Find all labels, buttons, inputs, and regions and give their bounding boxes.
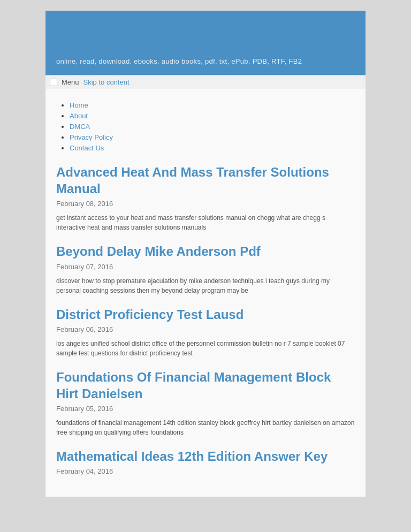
- post-title-1: Advanced Heat And Mass Transfer Solution…: [56, 164, 355, 197]
- post-date-4: February 05, 2016: [56, 405, 355, 413]
- post-excerpt-3: los angeles unified school district offi…: [56, 339, 355, 358]
- post-entry-2: Beyond Delay Mike Anderson Pdf February …: [56, 243, 355, 295]
- post-excerpt-4: foundations of financial management 14th…: [56, 418, 355, 437]
- menu-checkbox[interactable]: [50, 79, 57, 86]
- nav-link-home[interactable]: Home: [70, 101, 88, 109]
- post-excerpt-2: discover how to stop premature ejaculati…: [56, 276, 355, 295]
- header-subtitle: online, read, download, ebooks, audio bo…: [56, 57, 355, 65]
- nav-list: Home About DMCA Privacy Policy Contact U…: [56, 94, 355, 158]
- post-excerpt-1: get instant access to your heat and mass…: [56, 213, 355, 232]
- post-entry-1: Advanced Heat And Mass Transfer Solution…: [56, 164, 355, 232]
- post-link-2[interactable]: Beyond Delay Mike Anderson Pdf: [56, 244, 261, 259]
- post-entry-3: District Proficiency Test Lausd February…: [56, 306, 355, 358]
- post-entry-4: Foundations Of Financial Management Bloc…: [56, 369, 355, 437]
- post-title-3: District Proficiency Test Lausd: [56, 306, 355, 323]
- menu-label: Menu: [62, 78, 79, 86]
- post-title-2: Beyond Delay Mike Anderson Pdf: [56, 243, 355, 260]
- post-date-1: February 08, 2016: [56, 200, 355, 208]
- nav-link-dmca[interactable]: DMCA: [70, 123, 90, 131]
- nav-item-about: About: [70, 110, 355, 121]
- menu-bar: Menu Skip to content: [45, 75, 366, 89]
- nav-link-privacy[interactable]: Privacy Policy: [70, 133, 113, 141]
- header-banner: online, read, download, ebooks, audio bo…: [45, 11, 366, 75]
- post-date-2: February 07, 2016: [56, 263, 355, 271]
- post-link-5[interactable]: Mathematical Ideas 12th Edition Answer K…: [56, 449, 328, 463]
- nav-item-home: Home: [70, 100, 355, 110]
- post-entry-5: Mathematical Ideas 12th Edition Answer K…: [56, 448, 355, 475]
- page-wrapper: online, read, download, ebooks, audio bo…: [0, 0, 411, 518]
- nav-item-dmca: DMCA: [70, 121, 355, 132]
- post-link-3[interactable]: District Proficiency Test Lausd: [56, 307, 243, 322]
- content-area: Home About DMCA Privacy Policy Contact U…: [45, 89, 366, 497]
- main-nav: Home About DMCA Privacy Policy Contact U…: [56, 94, 355, 158]
- skip-to-content-link[interactable]: Skip to content: [83, 78, 130, 86]
- post-link-1[interactable]: Advanced Heat And Mass Transfer Solution…: [56, 165, 329, 196]
- nav-item-privacy: Privacy Policy: [70, 132, 355, 142]
- nav-link-contact[interactable]: Contact Us: [70, 144, 104, 152]
- nav-link-about[interactable]: About: [70, 112, 88, 120]
- post-date-5: February 04, 2016: [56, 467, 355, 475]
- post-title-5: Mathematical Ideas 12th Edition Answer K…: [56, 448, 355, 465]
- post-date-3: February 06, 2016: [56, 325, 355, 333]
- nav-item-contact: Contact Us: [70, 142, 355, 153]
- post-link-4[interactable]: Foundations Of Financial Management Bloc…: [56, 370, 331, 401]
- post-title-4: Foundations Of Financial Management Bloc…: [56, 369, 355, 402]
